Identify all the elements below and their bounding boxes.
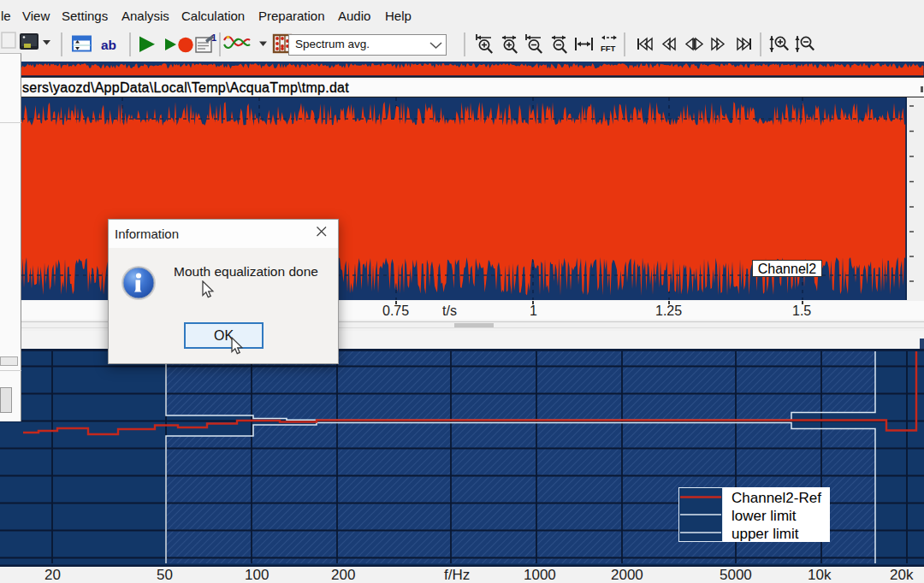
svg-text:ab: ab [101,38,116,52]
svg-text:1: 1 [211,32,216,43]
svg-text:FFT: FFT [601,44,616,53]
